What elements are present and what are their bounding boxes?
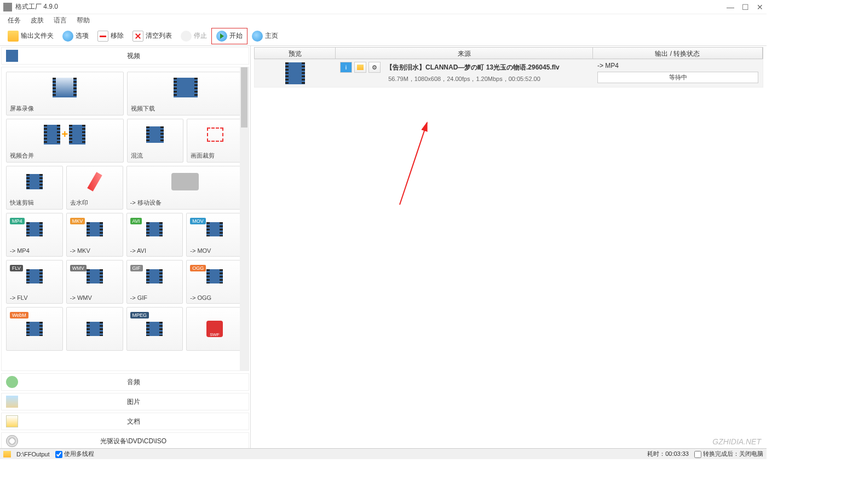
tile-to-mov[interactable]: MOV-> MOV [186,213,243,257]
multithread-checkbox[interactable]: 使用多线程 [55,450,94,458]
tile-to-gif[interactable]: GIF-> GIF [126,260,183,304]
clear-list-button[interactable]: 清空列表 [128,28,176,44]
shutdown-after-checkbox[interactable]: 转换完成后：关闭电脑 [694,450,763,458]
task-row[interactable]: i ⚙ 【告别泪水】CLANNAD—梦の町 13光玉の物语.296045.flv… [254,59,763,88]
tile-video-merge[interactable]: +视频合并 [6,119,124,163]
minimize-button[interactable]: — [727,3,734,11]
tile-to-mobile[interactable]: -> 移动设备 [126,166,244,210]
task-list-header: 预览 来源 输出 / 转换状态 [254,47,763,59]
app-title: 格式工厂 4.9.0 [15,2,58,11]
task-settings-button[interactable]: ⚙ [368,62,381,73]
film-webm-icon [26,322,43,336]
tile-video-download[interactable]: 视频下载 [127,72,245,115]
video-tiles: 屏幕录像 视频下载 +视频合并 混流 画面裁剪 快速剪辑 去水印 -> 移动设备… [2,67,249,355]
tile-to-mpeg[interactable]: MPEG [126,307,183,351]
remove-icon [97,31,108,42]
disc-icon [6,435,18,447]
tile-remove-watermark[interactable]: 去水印 [66,166,123,210]
remove-button[interactable]: 移除 [93,28,128,44]
scissors-film-icon [26,174,43,189]
category-video[interactable]: 视频 [1,47,249,65]
image-icon [6,396,18,408]
task-info-button[interactable]: i [340,62,352,73]
stop-button[interactable]: 停止 [176,28,211,44]
maximize-button[interactable]: ☐ [742,3,749,11]
scrollbar-thumb[interactable] [241,67,247,128]
menu-help[interactable]: 帮助 [72,16,94,25]
close-button[interactable]: ✕ [757,3,763,11]
tile-to-ogg[interactable]: OGG-> OGG [186,260,243,304]
tile-quick-cut[interactable]: 快速剪辑 [6,166,63,210]
column-preview[interactable]: 预览 [255,48,336,59]
output-path[interactable]: D:\FFOutput [16,451,50,457]
grid-scrollbar[interactable] [240,67,249,370]
statusbar: D:\FFOutput 使用多线程 耗时：00:03:33 转换完成后：关闭电脑 [0,448,767,459]
folder-icon [357,65,364,70]
tile-to-avi[interactable]: AVI-> AVI [126,213,183,257]
menubar: 任务 皮肤 语言 帮助 [0,14,767,26]
film-gif-icon [146,269,163,283]
category-document[interactable]: 文档 [1,413,249,430]
tile-to-webm[interactable]: WebM [6,307,63,351]
task-status: 等待中 [597,72,758,83]
tile-to-mkv[interactable]: MKV-> MKV [66,213,123,257]
content: 视频 屏幕录像 视频下载 +视频合并 混流 画面裁剪 快速剪辑 去水印 -> 移… [0,46,767,448]
category-disc[interactable]: 光驱设备\DVD\CD\ISO [1,432,249,450]
film-mkv-icon [87,222,103,236]
category-image[interactable]: 图片 [1,393,249,410]
task-output-format: -> MP4 [597,62,758,69]
film-icon [44,125,60,144]
eraser-icon [87,172,102,191]
tile-mux[interactable]: 混流 [127,119,184,163]
video-tiles-scroll[interactable]: 屏幕录像 视频下载 +视频合并 混流 画面裁剪 快速剪辑 去水印 -> 移动设备… [1,67,249,371]
svg-line-0 [400,123,427,205]
elapsed-time: 00:03:33 [665,450,689,457]
task-filename: 【告别泪水】CLANNAD—梦の町 13光玉の物语.296045.flv [386,63,560,72]
menu-language[interactable]: 语言 [49,16,71,25]
task-open-folder-button[interactable] [354,62,366,73]
tile-to-flv[interactable]: FLV-> FLV [6,260,63,304]
options-button[interactable]: 选项 [58,28,93,44]
audio-icon [6,376,18,388]
task-source: i ⚙ 【告别泪水】CLANNAD—梦の町 13光玉の物语.296045.flv… [336,60,593,87]
film-avi-icon [146,222,163,236]
tile-to-swf[interactable]: SWF [186,307,243,351]
tile-crop[interactable]: 画面裁剪 [187,119,244,163]
watermark-text: GZHIDIA.NET [712,437,761,446]
task-output: -> MP4 等待中 [593,60,763,87]
tile-to-mp4[interactable]: MP4-> MP4 [6,213,63,257]
crop-icon [207,128,223,142]
film-flv-icon [26,269,43,283]
tile-screen-record[interactable]: 屏幕录像 [6,72,124,115]
film-thumbnail-icon [285,62,305,84]
right-panel: 预览 来源 输出 / 转换状态 i ⚙ 【告别泪水】CLANNAD—梦の町 13… [251,46,767,448]
home-icon [252,31,263,42]
start-button[interactable]: 开始 [211,28,247,44]
film-download-icon [174,78,198,97]
tile-to-3gp[interactable] [66,307,123,351]
mux-icon [146,126,164,143]
task-meta: 56.79M，1080x608，24.00fps，1.20Mbps，00:05:… [340,75,589,83]
tile-to-wmv[interactable]: WMV-> WMV [66,260,123,304]
category-audio[interactable]: 音频 [1,373,249,391]
film-mp4-icon [26,222,43,236]
options-icon [62,31,73,42]
folder-icon [3,451,11,457]
menu-task[interactable]: 任务 [3,16,25,25]
folder-icon [8,31,19,42]
app-icon [3,3,12,11]
home-button[interactable]: 主页 [247,28,283,44]
task-preview [255,60,336,87]
annotation-arrow [394,117,460,217]
film-mov-icon [206,222,223,236]
left-panel: 视频 屏幕录像 视频下载 +视频合并 混流 画面裁剪 快速剪辑 去水印 -> 移… [0,46,251,448]
camcorder-icon [53,78,77,97]
toolbar: 输出文件夹 选项 移除 清空列表 停止 开始 主页 [0,26,767,46]
film-icon [69,125,85,144]
column-output[interactable]: 输出 / 转换状态 [593,48,763,59]
elapsed-label: 耗时：00:03:33 [647,450,689,458]
menu-skin[interactable]: 皮肤 [26,16,48,25]
devices-icon [171,173,199,190]
output-folder-button[interactable]: 输出文件夹 [3,28,58,44]
column-source[interactable]: 来源 [336,48,593,59]
